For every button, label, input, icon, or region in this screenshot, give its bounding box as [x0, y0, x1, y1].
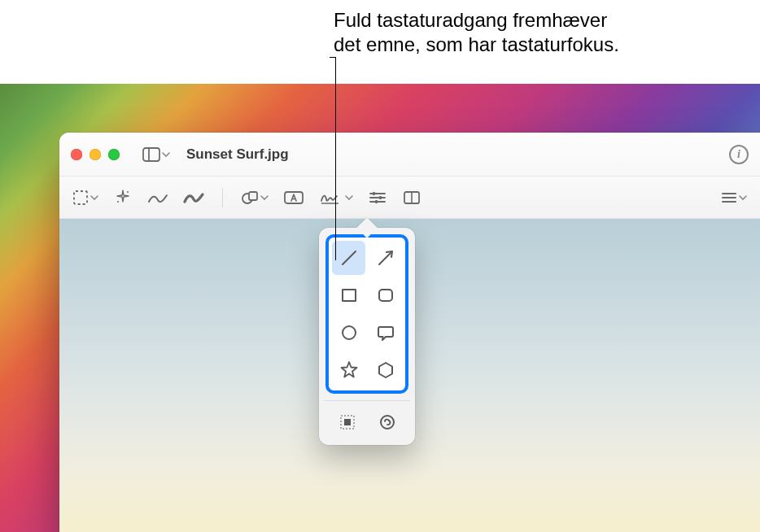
- info-button[interactable]: i: [729, 145, 749, 164]
- sparkle-icon: [114, 189, 132, 207]
- loupe-icon: [378, 412, 397, 432]
- shape-ellipse[interactable]: [332, 316, 365, 350]
- speech-bubble-icon: [375, 322, 396, 343]
- callout-text: Fuld tastaturadgang fremhæver det emne, …: [334, 8, 740, 57]
- shape-loupe[interactable]: [369, 408, 405, 437]
- svg-rect-0: [143, 148, 159, 161]
- svg-rect-14: [375, 200, 378, 203]
- shapes-tool[interactable]: [236, 185, 273, 211]
- popover-divider: [324, 400, 410, 401]
- sidebar-toggle-button[interactable]: [139, 143, 173, 166]
- ellipse-icon: [339, 322, 360, 343]
- svg-point-4: [117, 201, 119, 203]
- window-controls: [71, 149, 120, 160]
- shape-rectangle[interactable]: [332, 278, 365, 312]
- hamburger-icon: [721, 191, 737, 204]
- draw-tool[interactable]: [178, 185, 209, 211]
- svg-rect-2: [74, 191, 87, 204]
- window-title: Sunset Surf.jpg: [186, 146, 721, 163]
- shape-speech-bubble[interactable]: [369, 316, 402, 350]
- svg-rect-22: [343, 290, 356, 301]
- svg-rect-7: [285, 192, 303, 203]
- selection-icon: [72, 190, 89, 206]
- svg-line-21: [379, 253, 391, 264]
- svg-rect-13: [379, 196, 382, 199]
- svg-point-27: [381, 416, 394, 429]
- rectangle-icon: [339, 285, 360, 306]
- shape-rounded-rectangle[interactable]: [369, 278, 402, 312]
- adjust-color-tool[interactable]: [363, 185, 392, 211]
- text-tool[interactable]: [278, 185, 309, 211]
- info-icon: i: [737, 148, 740, 161]
- signature-icon: [319, 190, 343, 206]
- svg-point-3: [127, 191, 129, 193]
- callout-line-1: Fuld tastaturadgang fremhæver: [334, 9, 607, 31]
- arrow-icon: [375, 247, 396, 268]
- callout-pointer-line: [335, 57, 336, 260]
- svg-rect-23: [379, 290, 392, 301]
- draw-icon: [183, 190, 204, 205]
- chevron-down-icon: [162, 150, 170, 159]
- rounded-rectangle-icon: [375, 285, 396, 306]
- sign-tool[interactable]: [314, 185, 358, 211]
- line-icon: [339, 247, 360, 268]
- shapes-focus-group: [325, 234, 408, 394]
- callout-line-2: det emne, som har tastaturfokus.: [334, 33, 619, 55]
- close-button[interactable]: [71, 149, 82, 160]
- popover-bottom-row: [325, 408, 408, 438]
- zoom-button[interactable]: [108, 149, 120, 160]
- star-icon: [339, 360, 360, 381]
- text-icon: [283, 190, 304, 206]
- sliders-icon: [369, 190, 387, 205]
- instant-alpha-tool[interactable]: [108, 185, 138, 211]
- sidebar-icon: [142, 147, 160, 162]
- chevron-down-icon: [260, 194, 269, 202]
- shape-star[interactable]: [332, 353, 365, 387]
- mask-icon: [338, 412, 357, 432]
- chevron-down-icon: [345, 194, 353, 202]
- svg-rect-6: [249, 192, 257, 200]
- callout: Fuld tastaturadgang fremhæver det emne, …: [0, 8, 760, 81]
- chevron-down-icon: [739, 194, 747, 202]
- more-tool[interactable]: [716, 185, 752, 211]
- shape-line[interactable]: [332, 241, 365, 275]
- chevron-down-icon: [90, 194, 98, 202]
- selection-tool[interactable]: [68, 185, 103, 211]
- minimize-button[interactable]: [90, 149, 101, 160]
- sketch-tool[interactable]: [142, 185, 173, 211]
- sketch-icon: [147, 190, 168, 205]
- svg-rect-26: [344, 419, 351, 425]
- crop-icon: [403, 190, 421, 205]
- svg-line-20: [343, 251, 356, 264]
- shape-polygon[interactable]: [369, 353, 402, 387]
- svg-rect-12: [373, 192, 375, 195]
- callout-tick: [330, 57, 335, 58]
- shape-mask[interactable]: [329, 408, 365, 437]
- toolbar-separator: [222, 188, 223, 207]
- hexagon-icon: [375, 360, 396, 381]
- markup-toolbar: [59, 177, 760, 219]
- svg-point-24: [343, 326, 356, 339]
- titlebar: Sunset Surf.jpg i: [59, 133, 760, 177]
- shapes-icon: [241, 190, 259, 206]
- shape-arrow[interactable]: [369, 241, 402, 275]
- crop-tool[interactable]: [397, 185, 426, 211]
- shapes-popover: [319, 228, 415, 445]
